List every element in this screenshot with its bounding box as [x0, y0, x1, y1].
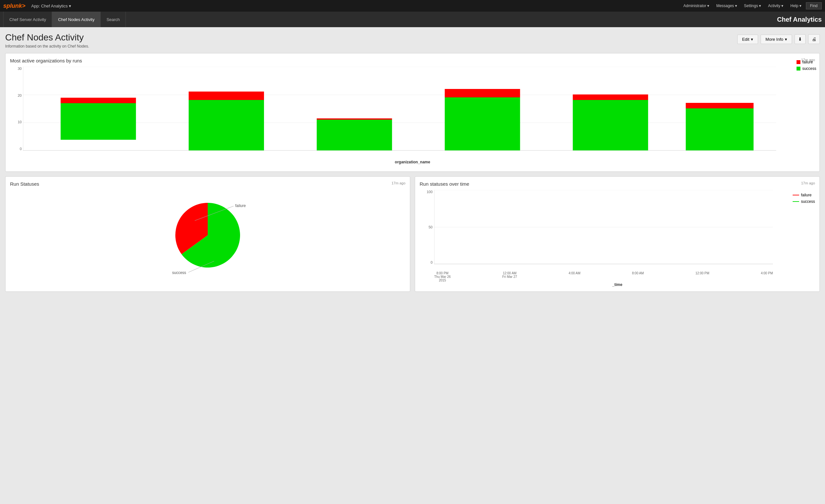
app-dropdown-icon[interactable]: ▾: [69, 4, 71, 8]
bar-marketing-failure[interactable]: [445, 89, 520, 97]
bar-marketing-success[interactable]: [445, 97, 520, 150]
pie-container: failure success: [10, 190, 405, 281]
line-chart-area: 0 50 100: [420, 190, 815, 287]
pie-chart-timestamp: 17m ago: [391, 181, 405, 185]
sub-nav-left: Chef Server Activity Chef Nodes Activity…: [3, 12, 126, 27]
print-button[interactable]: 🖨: [808, 34, 820, 44]
x-label-2: 4:00 AM: [569, 271, 580, 282]
y-label-10: 10: [10, 120, 22, 124]
splunk-logo[interactable]: splunk>: [3, 3, 25, 9]
app-title: Chef Analytics: [777, 16, 822, 23]
administrator-dropdown-icon: ▾: [707, 4, 709, 8]
page-title: Chef Nodes Activity: [5, 32, 89, 43]
pie-chart-card: Run Statuses 17m ago failure success: [5, 176, 410, 292]
line-chart-svg: [434, 190, 773, 264]
bar-corechef-success[interactable]: [189, 100, 264, 150]
line-x-labels: 8:00 PM Thu Mar 26 2015 12:00 AM Fri Mar…: [434, 271, 773, 282]
y-label-30: 30: [10, 67, 22, 71]
find-button[interactable]: Find: [806, 2, 822, 9]
line-y-labels: 0 50 100: [420, 190, 433, 264]
bar-analytics-success[interactable]: [61, 103, 136, 140]
help-dropdown-icon: ▾: [800, 4, 801, 8]
more-info-dropdown-icon: ▾: [785, 37, 787, 42]
x-label-0: 8:00 PM Thu Mar 26 2015: [434, 271, 451, 282]
legend-failure-label: failure: [802, 60, 813, 64]
help-menu[interactable]: Help ▾: [788, 2, 804, 9]
line-x-axis-title: _time: [612, 282, 622, 287]
line-y-label-100: 100: [420, 190, 433, 194]
line-chart-card: Run statuses over time 17m ago failure s…: [415, 176, 820, 292]
x-label-5: 4:00 PM: [761, 271, 773, 282]
administrator-menu[interactable]: Administrator ▾: [681, 2, 712, 9]
sidebar-item-chef-server-activity[interactable]: Chef Server Activity: [3, 12, 52, 27]
y-label-0: 0: [10, 147, 22, 151]
settings-dropdown-icon: ▾: [759, 4, 761, 8]
bar-corechef-failure[interactable]: [189, 91, 264, 100]
messages-dropdown-icon: ▾: [735, 4, 737, 8]
x-label-3: 8:00 AM: [632, 271, 644, 282]
legend-item-failure: failure: [797, 60, 816, 64]
x-label-1: 12:00 AM Fri Mar 27: [503, 271, 517, 282]
bar-delivery-success[interactable]: [317, 120, 392, 150]
page-content: Chef Nodes Activity Information based on…: [0, 27, 825, 504]
sub-navigation: Chef Server Activity Chef Nodes Activity…: [0, 12, 825, 27]
bar-sales-failure[interactable]: [686, 103, 754, 109]
bar-chart-svg: analytics corechef delivery marketing oc…: [23, 67, 776, 151]
top-nav-left: splunk> App: Chef Analytics ▾: [3, 3, 71, 9]
bar-sales-success[interactable]: [686, 109, 754, 150]
print-icon: 🖨: [812, 37, 816, 42]
page-subtitle: Information based on the activity on Che…: [5, 44, 89, 49]
more-info-button[interactable]: More Info ▾: [761, 34, 792, 44]
bar-chart-card: Most active organizations by runs 17m ag…: [5, 53, 820, 172]
legend-failure-color: [797, 60, 801, 64]
pie-chart-svg: failure success: [166, 193, 250, 277]
line-chart-timestamp: 17m ago: [801, 181, 815, 185]
page-header: Chef Nodes Activity Information based on…: [5, 32, 820, 49]
page-actions: Edit ▾ More Info ▾ ⬇ 🖨: [737, 34, 820, 44]
line-y-label-50: 50: [420, 225, 433, 229]
pie-label-success: success: [172, 271, 186, 275]
messages-menu[interactable]: Messages ▾: [714, 2, 740, 9]
bar-analytics-failure[interactable]: [61, 98, 136, 103]
edit-button[interactable]: Edit ▾: [737, 34, 758, 44]
settings-menu[interactable]: Settings ▾: [742, 2, 763, 9]
bar-delivery-failure[interactable]: [317, 119, 392, 120]
bottom-row: Run Statuses 17m ago failure success: [5, 176, 820, 292]
line-chart-title: Run statuses over time: [420, 181, 815, 187]
x-label-4: 12:00 PM: [695, 271, 709, 282]
app-name[interactable]: App: Chef Analytics ▾: [31, 4, 72, 8]
y-label-20: 20: [10, 93, 22, 97]
page-title-block: Chef Nodes Activity Information based on…: [5, 32, 89, 49]
bar-chart-title: Most active organizations by runs: [10, 58, 815, 63]
sidebar-item-search[interactable]: Search: [101, 12, 126, 27]
pie-label-failure: failure: [235, 204, 246, 208]
sidebar-item-chef-nodes-activity[interactable]: Chef Nodes Activity: [52, 12, 101, 27]
top-nav-right: Administrator ▾ Messages ▾ Settings ▾ Ac…: [681, 2, 822, 9]
pie-chart-title: Run Statuses: [10, 181, 405, 187]
edit-dropdown-icon: ▾: [751, 37, 753, 42]
x-axis-label: organization_name: [395, 160, 430, 164]
line-y-label-0: 0: [420, 261, 433, 264]
download-icon: ⬇: [798, 37, 802, 42]
activity-dropdown-icon: ▾: [781, 4, 783, 8]
activity-menu[interactable]: Activity ▾: [765, 2, 786, 9]
bar-oc4-failure[interactable]: [573, 94, 648, 100]
y-axis-labels: 0 10 20 30: [10, 67, 22, 151]
download-button[interactable]: ⬇: [795, 34, 806, 44]
top-navigation: splunk> App: Chef Analytics ▾ Administra…: [0, 0, 825, 12]
bar-oc4-success[interactable]: [573, 100, 648, 150]
